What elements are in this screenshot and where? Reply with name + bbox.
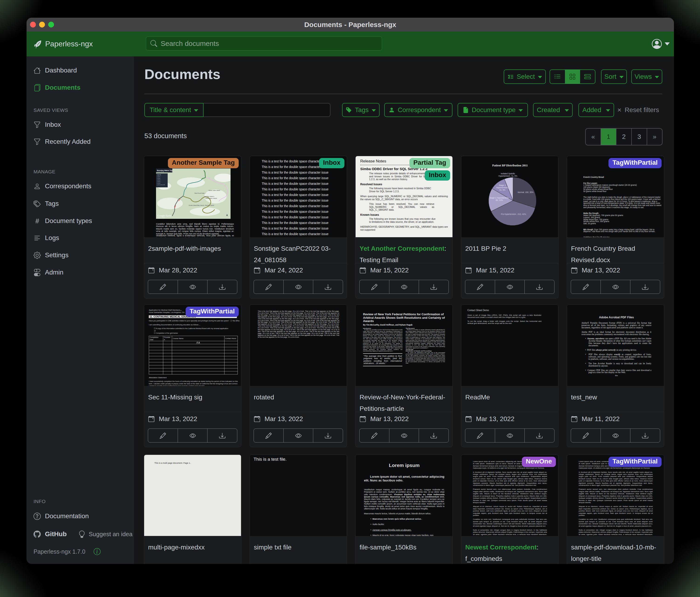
svg-text:Isolated Systolic: Isolated Systolic xyxy=(501,172,515,175)
svg-text:● Day1: ● Day1 xyxy=(157,176,160,177)
svg-text:Patient BP Distribution 2011: Patient BP Distribution 2011 xyxy=(492,164,528,167)
svg-text:Normal. 150, 30%: Normal. 150, 30% xyxy=(518,191,533,193)
svg-text:● Day3: ● Day3 xyxy=(157,180,160,181)
svg-text:● Day5: ● Day5 xyxy=(157,183,160,184)
svg-text:● Day2: ● Day2 xyxy=(157,178,160,179)
svg-text:Legend: Legend xyxy=(157,174,161,175)
svg-text:● Day4: ● Day4 xyxy=(157,181,160,182)
svg-text:Half Day Island •: Half Day Island • xyxy=(204,196,214,197)
svg-text:Center Island Bay Island • Squ: Center Island Bay Island • Squirrel Isla… xyxy=(189,205,214,206)
svg-text:Ethan Utble Island: Ethan Utble Island xyxy=(209,190,220,191)
svg-text:Google Earth: Google Earth xyxy=(157,214,171,217)
svg-text:Pre-hypertension , 212, 42%: Pre-hypertension , 212, 42% xyxy=(501,213,526,215)
svg-text:Stage 1 Hypertension,: Stage 1 Hypertension, xyxy=(490,197,509,199)
svg-text:● Entry Point DB: ● Entry Point DB xyxy=(157,184,165,186)
svg-text:on day in BWCA: on day in BWCA xyxy=(157,171,164,172)
svg-text:65, 13%: 65, 13% xyxy=(496,199,503,201)
svg-text:New Found lake •: New Found lake • xyxy=(195,192,205,194)
svg-text:Washington Island: Washington Island xyxy=(205,198,217,199)
svg-text:©2022 Google: ©2022 Google xyxy=(157,217,165,218)
svg-text:44, 9%: 44, 9% xyxy=(499,189,505,191)
svg-text:Hypertension, 31, 6%: Hypertension, 31, 6% xyxy=(498,175,518,177)
svg-text:Stage 2: Stage 2 xyxy=(499,184,506,186)
svg-text:Hypertension,: Hypertension, xyxy=(496,186,508,189)
